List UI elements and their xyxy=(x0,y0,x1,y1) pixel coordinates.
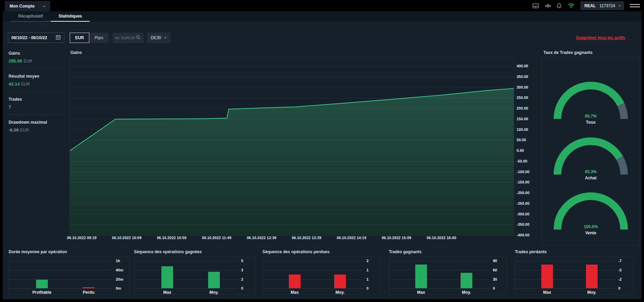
symbol-search-input[interactable] xyxy=(115,36,135,40)
bar-moy xyxy=(461,273,472,288)
pips-button[interactable]: Pips xyxy=(89,33,108,43)
tab-recapitulatif[interactable]: Récapitulatif xyxy=(10,11,51,22)
gridline xyxy=(515,261,615,261)
category-label: Max xyxy=(152,290,183,295)
x-axis-tick: 06.10.2022 14:19 xyxy=(329,236,374,240)
gridline xyxy=(389,279,489,280)
stat-value: 42.14EUR xyxy=(9,81,64,87)
chevron-down-icon: ▾ xyxy=(619,4,620,7)
gridline xyxy=(515,279,615,280)
gridline xyxy=(134,288,238,289)
gridline xyxy=(263,261,363,261)
axis-tick: 30 xyxy=(493,277,497,281)
y-axis-tick: 100.00 xyxy=(517,127,528,132)
bar-max xyxy=(541,265,553,288)
workspace-icon[interactable] xyxy=(532,3,539,9)
gridline xyxy=(515,288,615,289)
gauge-value: 83.3% xyxy=(542,169,640,174)
gridline xyxy=(263,288,363,289)
gridline xyxy=(515,270,615,270)
axis-tick: 0 xyxy=(493,286,495,290)
summary-stats-panel: Gains295.00EURRésultat moyen42.14EURTrad… xyxy=(9,51,64,133)
gridline xyxy=(9,288,112,289)
axis-tick: 20m xyxy=(116,277,123,281)
document-tab-mon-compte[interactable]: Mon Compte × xyxy=(5,1,50,11)
gridline xyxy=(389,261,489,261)
symbol-search-box[interactable] xyxy=(113,33,144,43)
menu-icon[interactable] xyxy=(630,3,640,9)
y-axis-tick: -200.00 xyxy=(517,191,529,195)
account-type-badge: REAL xyxy=(584,3,596,8)
bar-max xyxy=(161,266,173,288)
category-label: Moy. xyxy=(576,290,607,295)
account-number: 1173724 xyxy=(599,3,615,8)
category-label: Max xyxy=(406,290,437,295)
axis-tick: -2 xyxy=(618,277,622,281)
mini-chart-title: Durée moyenne par opération xyxy=(9,249,67,254)
axis-tick: 0 xyxy=(618,286,620,290)
mini-chart-title: Trades perdants xyxy=(515,249,547,254)
gains-area-chart xyxy=(69,57,514,236)
gains-chart-y-axis: 400.00350.00300.00250.00200.00150.00100.… xyxy=(517,57,536,236)
gauge-label: Tous xyxy=(542,120,640,125)
gridline xyxy=(263,279,363,280)
gauge-value: 100.0% xyxy=(542,224,640,229)
category-label: Max xyxy=(279,290,310,295)
divider xyxy=(9,91,64,92)
axis-tick: 1h xyxy=(116,259,120,263)
divider xyxy=(9,68,64,69)
y-axis-tick: 0.00 xyxy=(517,148,524,153)
y-axis-tick: 300.00 xyxy=(517,85,528,89)
y-axis-tick: -400.00 xyxy=(517,233,529,237)
price-alerts-icon[interactable]: «$» xyxy=(545,3,551,8)
axis-tick: 0 xyxy=(366,286,369,290)
chip-close-icon[interactable]: × xyxy=(164,35,167,40)
bar-moy xyxy=(586,265,598,288)
date-range-value: 06/10/22 - 06/10/22 xyxy=(11,35,47,40)
axis-tick: 1 xyxy=(366,277,369,281)
mini-chart-plot: 9060300MaxMoy. xyxy=(389,257,507,295)
x-axis-tick: 06.10.2022 10:09 xyxy=(104,236,149,240)
top-bar: Mon Compte × «$» REAL 1173724 ▾ xyxy=(0,0,644,11)
gridline xyxy=(134,261,238,261)
gridline xyxy=(389,270,489,270)
mini-chart-plot: 2110MaxMoy. xyxy=(262,257,381,295)
win-rate-gauges-panel: 85.7%Tous83.3%Achat100.0%Vente xyxy=(542,57,640,245)
category-label: Perdu xyxy=(73,290,104,295)
clear-all-assets-link[interactable]: Supprimer tous les actifs xyxy=(576,35,625,40)
currency-eur-button[interactable]: EUR xyxy=(70,33,89,43)
axis-tick: -5 xyxy=(618,268,622,272)
calendar-icon xyxy=(56,35,61,41)
axis-tick: 60 xyxy=(493,268,497,272)
notifications-bell-icon[interactable] xyxy=(556,3,562,9)
axis-tick: 0 xyxy=(241,286,243,290)
asset-chip-label: DE30 xyxy=(151,35,161,40)
gauge-value: 85.7% xyxy=(542,114,640,119)
axis-tick: 0m xyxy=(116,286,121,290)
mini-chart-win_streak: Séquence des opérations gagnées5320MaxMo… xyxy=(134,249,255,295)
unit-toggle: EUR Pips xyxy=(70,33,109,43)
mini-chart-plot: 5320MaxMoy. xyxy=(134,257,255,295)
y-axis-tick: -300.00 xyxy=(517,212,529,216)
tab-statistiques[interactable]: Statistiques xyxy=(51,11,90,22)
mini-chart-plot: 1h40m20m0mProfitablePerdu xyxy=(9,257,130,295)
asset-chip-de30[interactable]: DE30 × xyxy=(147,33,170,43)
mini-chart-losing_trades: Trades perdants-7-5-20MaxMoy. xyxy=(515,249,632,295)
date-range-field[interactable]: 06/10/22 - 06/10/22 xyxy=(8,33,64,43)
x-axis-tick: 06.10.2022 11:49 xyxy=(194,236,239,240)
account-selector[interactable]: REAL 1173724 ▾ xyxy=(580,1,624,10)
bar-profitable xyxy=(36,280,48,288)
category-label: Moy. xyxy=(451,290,482,295)
x-axis-tick: 06.10.2022 16:00 xyxy=(419,236,464,240)
stat-value: 7 xyxy=(9,104,64,110)
stat-label: Gains xyxy=(9,51,64,56)
bar-moy xyxy=(208,272,220,288)
stat-value: -6.00EUR xyxy=(9,127,64,133)
area-fill xyxy=(70,89,514,235)
y-axis-tick: 50.00 xyxy=(517,138,526,142)
divider xyxy=(9,114,64,115)
axis-tick: 2 xyxy=(241,277,243,281)
mini-chart-title: Trades gagnants xyxy=(389,249,421,254)
close-icon[interactable]: × xyxy=(43,4,46,9)
gridline xyxy=(9,270,112,270)
